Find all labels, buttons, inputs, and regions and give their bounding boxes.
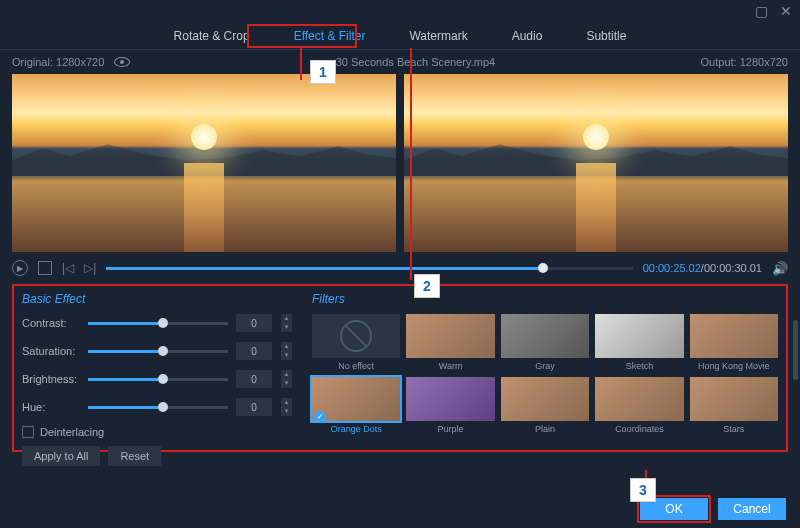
- seek-bar[interactable]: [106, 267, 632, 270]
- annotation-2: 2: [414, 274, 440, 298]
- play-button[interactable]: ▶: [12, 260, 28, 276]
- tab-watermark[interactable]: Watermark: [387, 23, 489, 49]
- filter-label: Sketch: [626, 361, 654, 371]
- tab-bar: Rotate & CropEffect & FilterWatermarkAud…: [0, 22, 800, 50]
- filter-no-effect[interactable]: No effect: [312, 314, 400, 371]
- filter-warm[interactable]: Warm: [406, 314, 494, 371]
- spin-down[interactable]: ▼: [280, 323, 292, 332]
- filter-label: Orange Dots: [331, 424, 382, 434]
- apply-to-all-button[interactable]: Apply to All: [22, 446, 100, 466]
- slider-label: Hue:: [22, 401, 80, 413]
- annotation-arrow-2: [410, 48, 412, 280]
- filter-coordinates[interactable]: Coordinates: [595, 377, 683, 434]
- spin-up[interactable]: ▲: [280, 314, 292, 323]
- brightness-slider[interactable]: [88, 378, 228, 381]
- filter-label: Gray: [535, 361, 555, 371]
- saturation-value: 0: [236, 342, 272, 360]
- filter-label: Plain: [535, 424, 555, 434]
- volume-icon[interactable]: 🔊: [772, 261, 788, 276]
- reset-button[interactable]: Reset: [108, 446, 161, 466]
- output-resolution: Output: 1280x720: [701, 56, 788, 68]
- prev-frame-button[interactable]: |◁: [62, 261, 74, 275]
- spin-down[interactable]: ▼: [280, 379, 292, 388]
- annotation-3: 3: [630, 478, 656, 502]
- contrast-value: 0: [236, 314, 272, 332]
- deinterlacing-label: Deinterlacing: [40, 426, 104, 438]
- stop-button[interactable]: [38, 261, 52, 275]
- spin-up[interactable]: ▲: [280, 342, 292, 351]
- cancel-button[interactable]: Cancel: [718, 498, 786, 520]
- check-icon: ✓: [314, 411, 326, 423]
- brightness-value: 0: [236, 370, 272, 388]
- spin-down[interactable]: ▼: [280, 407, 292, 416]
- slider-label: Saturation:: [22, 345, 80, 357]
- contrast-slider[interactable]: [88, 322, 228, 325]
- spin-up[interactable]: ▲: [280, 398, 292, 407]
- filter-hong-kong-movie[interactable]: Hong Kong Movie: [690, 314, 778, 371]
- close-icon[interactable]: ✕: [780, 3, 792, 19]
- filter-label: Purple: [438, 424, 464, 434]
- filter-purple[interactable]: Purple: [406, 377, 494, 434]
- hue-slider[interactable]: [88, 406, 228, 409]
- deinterlacing-checkbox[interactable]: [22, 426, 34, 438]
- tab-effect-filter[interactable]: Effect & Filter: [272, 23, 388, 49]
- filter-label: Coordinates: [615, 424, 664, 434]
- maximize-icon[interactable]: ▢: [755, 3, 768, 19]
- tab-audio[interactable]: Audio: [490, 23, 565, 49]
- slider-label: Contrast:: [22, 317, 80, 329]
- filter-sketch[interactable]: Sketch: [595, 314, 683, 371]
- filename: 30 Seconds Beach Scenery.mp4: [336, 56, 495, 68]
- filters-scrollbar[interactable]: [793, 320, 798, 380]
- filter-label: Hong Kong Movie: [698, 361, 770, 371]
- original-resolution: Original: 1280x720: [12, 56, 104, 68]
- time-display: 00:00:25.02/00:00:30.01: [643, 262, 762, 274]
- saturation-slider[interactable]: [88, 350, 228, 353]
- slider-label: Brightness:: [22, 373, 80, 385]
- annotation-1: 1: [310, 60, 336, 84]
- spin-down[interactable]: ▼: [280, 351, 292, 360]
- filters-title: Filters: [312, 292, 778, 306]
- filter-label: Stars: [723, 424, 744, 434]
- preview-original: [12, 74, 396, 252]
- tab-rotate-crop[interactable]: Rotate & Crop: [152, 23, 272, 49]
- preview-output: [404, 74, 788, 252]
- tab-subtitle[interactable]: Subtitle: [564, 23, 648, 49]
- next-frame-button[interactable]: ▷|: [84, 261, 96, 275]
- basic-effect-title: Basic Effect: [22, 292, 292, 306]
- filter-plain[interactable]: Plain: [501, 377, 589, 434]
- filter-label: Warm: [439, 361, 463, 371]
- spin-up[interactable]: ▲: [280, 370, 292, 379]
- eye-icon[interactable]: [114, 57, 130, 67]
- filter-gray[interactable]: Gray: [501, 314, 589, 371]
- filter-orange-dots[interactable]: ✓Orange Dots: [312, 377, 400, 434]
- hue-value: 0: [236, 398, 272, 416]
- filter-label: No effect: [338, 361, 374, 371]
- filter-stars[interactable]: Stars: [690, 377, 778, 434]
- annotation-arrow-1: [300, 48, 302, 80]
